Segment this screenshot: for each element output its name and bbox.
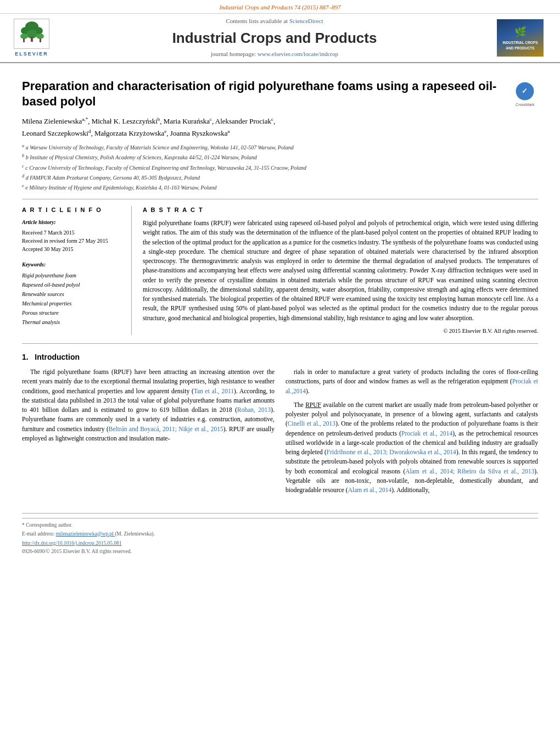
journal-logo-right: 🌿 INDUSTRIAL CROPS AND PRODUCTS [497, 19, 544, 57]
affiliation-b: b b Institute of Physical Chemistry, Pol… [22, 153, 538, 161]
intro-col-1: The rigid polyurethane foams (RPUF) have… [22, 367, 275, 499]
prociak2-ref-link[interactable]: Prociak et al., 2014 [401, 430, 452, 437]
revised-date: Received in revised form 27 May 2015 [22, 237, 123, 245]
homepage-link[interactable]: www.elsevier.com/locate/indcrop [257, 51, 338, 57]
crossmark-badge: ✓ CrossMark [512, 81, 538, 108]
elsevier-wordmark: ELSEVIER [11, 51, 52, 58]
alam-ref-link[interactable]: Alam et al., 2014; Ribeiro da Silva et a… [405, 468, 534, 475]
contents-available-line: Contents lists available at ScienceDirec… [52, 17, 497, 25]
intro-col-2: rials in order to manufacture a great va… [285, 367, 538, 499]
keyword-2: Rapeseed oil-based polyol [22, 280, 123, 289]
journal-logo-line2: AND PRODUCTS [506, 46, 534, 51]
separator-1 [22, 199, 538, 199]
abstract-col: A B S T R A C T Rigid polyurethane foams… [143, 206, 538, 336]
prociak-ref-link[interactable]: Prociak et al.,2014 [285, 378, 538, 394]
svg-point-7 [36, 34, 44, 39]
abstract-copyright: © 2015 Elsevier B.V. All rights reserved… [143, 327, 538, 336]
received-date: Received 7 March 2015 [22, 228, 123, 237]
alam2-ref-link[interactable]: Alam et al., 2014 [348, 487, 392, 493]
beltran-ref-link[interactable]: Beltrán and Boyacá, 2011; Nikje et al., … [109, 426, 223, 432]
intro-section-title: 1. Introduction [22, 352, 538, 363]
intro-para-2: rials in order to manufacture a great va… [285, 367, 538, 396]
footer-section: * Corresponding author. E-mail address: … [22, 513, 538, 555]
fridrihsone-ref-link[interactable]: Fridrihsone et al., 2013; Dworakowska et… [327, 449, 456, 455]
rohan-ref-link[interactable]: Rohan, 2013 [237, 406, 271, 413]
footer-rule [22, 518, 538, 518]
crossmark-label: CrossMark [516, 102, 534, 108]
journal-header: ELSEVIER Contents lists available at Sci… [0, 13, 560, 63]
journal-homepage-line: journal homepage: www.elsevier.com/locat… [52, 50, 497, 58]
svg-text:✓: ✓ [522, 87, 528, 95]
author-email-link[interactable]: milenazielenieswka@wp.pl [56, 531, 115, 537]
doi-line: http://dx.doi.org/10.1016/j.indcrop.2015… [22, 540, 538, 547]
crossmark-icon: ✓ [513, 81, 537, 101]
affiliation-e: e e Military Institute of Hygiene and Ep… [22, 183, 538, 192]
svg-point-6 [20, 34, 28, 39]
history-label: Article history: [22, 219, 123, 226]
email-line: E-mail address: milenazielenieswka@wp.pl… [22, 531, 538, 538]
intro-para-1: The rigid polyurethane foams (RPUF) have… [22, 367, 275, 443]
affiliation-c: c c Cracow University of Technology, Fac… [22, 163, 538, 172]
intro-para-3: The RPUF available on the current market… [285, 400, 538, 495]
article-info-title: A R T I C L E I N F O [22, 206, 123, 214]
accepted-date: Accepted 30 May 2015 [22, 245, 123, 253]
svg-rect-9 [40, 38, 41, 42]
elsevier-tree-icon [16, 21, 48, 44]
introduction-section: 1. Introduction The rigid polyurethane f… [22, 352, 538, 499]
main-content: Preparation and characterisation of rigi… [0, 63, 560, 567]
affiliations-block: a a Warsaw University of Technology, Fac… [22, 143, 538, 192]
journal-name-title: Industrial Crops and Products [52, 28, 497, 48]
journal-citation: Industrial Crops and Products 74 (2015) … [219, 4, 340, 10]
keywords-label: Keywords: [22, 261, 123, 269]
issn-line: 0926-6690/© 2015 Elsevier B.V. All right… [22, 548, 538, 555]
keywords-list: Rigid polyurethane foam Rapeseed oil-bas… [22, 271, 123, 327]
article-title: Preparation and characterisation of rigi… [22, 79, 503, 110]
intro-two-col: The rigid polyurethane foams (RPUF) have… [22, 367, 538, 499]
svg-rect-8 [23, 38, 25, 42]
corresponding-author-note: * Corresponding author. [22, 522, 538, 529]
keyword-4: Mechanical properties [22, 299, 123, 308]
elsevier-logo-block: ELSEVIER [11, 19, 52, 58]
info-abstract-section: A R T I C L E I N F O Article history: R… [22, 206, 538, 336]
article-info-col: A R T I C L E I N F O Article history: R… [22, 206, 132, 336]
journal-logo-line1: INDUSTRIAL CROPS [502, 41, 537, 45]
keyword-1: Rigid polyurethane foam [22, 271, 123, 280]
affiliation-a: a a Warsaw University of Technology, Fac… [22, 143, 538, 152]
keyword-6: Thermal analysis [22, 317, 123, 327]
abstract-title: A B S T R A C T [143, 206, 538, 214]
doi-link[interactable]: http://dx.doi.org/10.1016/j.indcrop.2015… [22, 540, 122, 546]
article-title-section: Preparation and characterisation of rigi… [22, 79, 538, 110]
abstract-text: Rigid polyurethane foams (RPUF) were fab… [143, 219, 538, 323]
sciencedirect-link[interactable]: ScienceDirect [289, 18, 323, 24]
svg-rect-5 [31, 36, 33, 42]
separator-2 [22, 343, 538, 344]
journal-citation-bar: Industrial Crops and Products 74 (2015) … [0, 0, 560, 13]
tan-ref-link[interactable]: Tan et al., 2011 [194, 388, 234, 394]
keyword-5: Porous structure [22, 308, 123, 317]
affiliation-d: d d FAMPUR Adam Przekurat Company, Gerso… [22, 173, 538, 182]
authors-line: Milena Zieleniewskaa,*, Michał K. Leszcz… [22, 115, 538, 140]
journal-title-block: Contents lists available at ScienceDirec… [52, 17, 497, 58]
cinelli-ref-link[interactable]: Cinelli et al., 2013 [288, 420, 335, 427]
keyword-3: Renewable sources [22, 289, 123, 299]
